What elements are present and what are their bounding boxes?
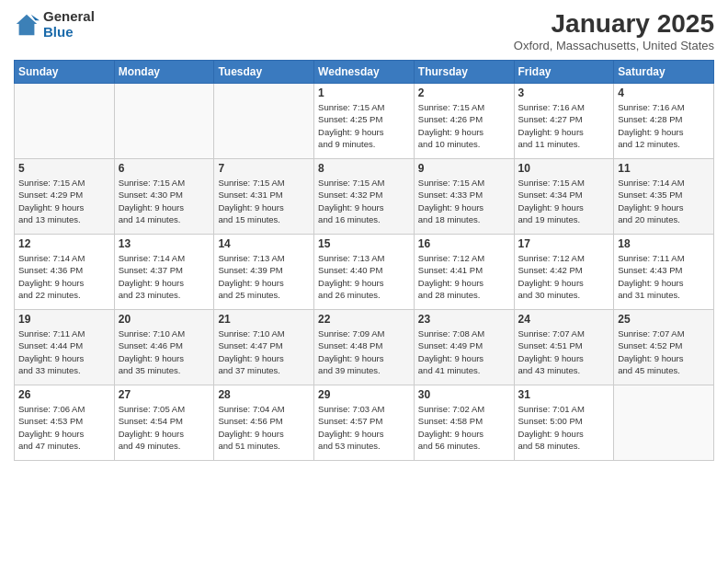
- logo-general-text: General: [43, 9, 95, 25]
- logo-icon: [14, 12, 40, 38]
- day-number: 29: [318, 388, 410, 401]
- calendar-cell: 9Sunrise: 7:15 AM Sunset: 4:33 PM Daylig…: [414, 159, 514, 235]
- day-info: Sunrise: 7:03 AM Sunset: 4:57 PM Dayligh…: [318, 403, 410, 452]
- calendar-cell: 14Sunrise: 7:13 AM Sunset: 4:39 PM Dayli…: [214, 235, 314, 310]
- calendar-cell: 5Sunrise: 7:15 AM Sunset: 4:29 PM Daylig…: [15, 159, 115, 235]
- day-number: 16: [418, 237, 510, 250]
- day-number: 1: [318, 86, 410, 99]
- calendar-cell: [114, 84, 214, 159]
- calendar-cell: 6Sunrise: 7:15 AM Sunset: 4:30 PM Daylig…: [114, 159, 214, 235]
- logo-text: General Blue: [43, 9, 95, 40]
- day-number: 9: [418, 162, 510, 175]
- day-info: Sunrise: 7:13 AM Sunset: 4:39 PM Dayligh…: [218, 252, 310, 301]
- calendar-cell: 30Sunrise: 7:02 AM Sunset: 4:58 PM Dayli…: [414, 385, 514, 461]
- day-number: 25: [618, 313, 710, 326]
- day-info: Sunrise: 7:13 AM Sunset: 4:40 PM Dayligh…: [318, 252, 410, 301]
- day-number: 13: [119, 237, 210, 250]
- logo-blue-text: Blue: [43, 25, 95, 40]
- calendar-cell: 27Sunrise: 7:05 AM Sunset: 4:54 PM Dayli…: [114, 385, 214, 461]
- day-info: Sunrise: 7:02 AM Sunset: 4:58 PM Dayligh…: [418, 403, 510, 452]
- day-info: Sunrise: 7:14 AM Sunset: 4:35 PM Dayligh…: [618, 177, 710, 225]
- calendar-cell: 28Sunrise: 7:04 AM Sunset: 4:56 PM Dayli…: [214, 385, 314, 461]
- day-info: Sunrise: 7:07 AM Sunset: 4:51 PM Dayligh…: [518, 327, 610, 376]
- week-row-3: 19Sunrise: 7:11 AM Sunset: 4:44 PM Dayli…: [15, 310, 714, 385]
- calendar-cell: 29Sunrise: 7:03 AM Sunset: 4:57 PM Dayli…: [314, 385, 415, 461]
- day-number: 5: [18, 162, 110, 175]
- weekday-header-sunday: Sunday: [15, 61, 115, 84]
- calendar-cell: [15, 84, 115, 159]
- calendar-cell: 7Sunrise: 7:15 AM Sunset: 4:31 PM Daylig…: [214, 159, 314, 235]
- day-info: Sunrise: 7:16 AM Sunset: 4:28 PM Dayligh…: [618, 101, 710, 150]
- day-number: 10: [518, 162, 610, 175]
- day-info: Sunrise: 7:08 AM Sunset: 4:49 PM Dayligh…: [418, 327, 510, 376]
- week-row-1: 5Sunrise: 7:15 AM Sunset: 4:29 PM Daylig…: [15, 159, 714, 235]
- weekday-header-monday: Monday: [114, 61, 214, 84]
- day-number: 31: [518, 388, 610, 401]
- day-info: Sunrise: 7:04 AM Sunset: 4:56 PM Dayligh…: [218, 403, 310, 452]
- day-info: Sunrise: 7:05 AM Sunset: 4:54 PM Dayligh…: [119, 403, 210, 452]
- day-number: 2: [418, 86, 510, 99]
- calendar-body: 1Sunrise: 7:15 AM Sunset: 4:25 PM Daylig…: [15, 84, 714, 461]
- calendar-header: SundayMondayTuesdayWednesdayThursdayFrid…: [15, 61, 714, 84]
- day-info: Sunrise: 7:14 AM Sunset: 4:37 PM Dayligh…: [119, 252, 210, 301]
- calendar-cell: [614, 385, 714, 461]
- weekday-header-wednesday: Wednesday: [314, 61, 415, 84]
- calendar-cell: 10Sunrise: 7:15 AM Sunset: 4:34 PM Dayli…: [514, 159, 614, 235]
- month-title: January 2025: [514, 9, 714, 39]
- day-number: 19: [18, 313, 110, 326]
- calendar-cell: 22Sunrise: 7:09 AM Sunset: 4:48 PM Dayli…: [314, 310, 415, 385]
- svg-marker-1: [31, 14, 40, 20]
- logo-area: General Blue: [14, 9, 95, 40]
- day-info: Sunrise: 7:12 AM Sunset: 4:41 PM Dayligh…: [418, 252, 510, 301]
- location-title: Oxford, Massachusetts, United States: [514, 39, 714, 52]
- day-number: 24: [518, 313, 610, 326]
- calendar-cell: 18Sunrise: 7:11 AM Sunset: 4:43 PM Dayli…: [614, 235, 714, 310]
- weekday-header-saturday: Saturday: [614, 61, 714, 84]
- day-number: 17: [518, 237, 610, 250]
- day-info: Sunrise: 7:14 AM Sunset: 4:36 PM Dayligh…: [18, 252, 110, 301]
- calendar-cell: 24Sunrise: 7:07 AM Sunset: 4:51 PM Dayli…: [514, 310, 614, 385]
- calendar-cell: 16Sunrise: 7:12 AM Sunset: 4:41 PM Dayli…: [414, 235, 514, 310]
- day-number: 22: [318, 313, 410, 326]
- day-number: 4: [618, 86, 710, 99]
- day-number: 28: [218, 388, 310, 401]
- calendar-cell: 21Sunrise: 7:10 AM Sunset: 4:47 PM Dayli…: [214, 310, 314, 385]
- day-number: 7: [218, 162, 310, 175]
- day-info: Sunrise: 7:15 AM Sunset: 4:33 PM Dayligh…: [418, 177, 510, 225]
- calendar-table: SundayMondayTuesdayWednesdayThursdayFrid…: [14, 60, 714, 461]
- day-info: Sunrise: 7:11 AM Sunset: 4:44 PM Dayligh…: [18, 327, 110, 376]
- day-info: Sunrise: 7:01 AM Sunset: 5:00 PM Dayligh…: [518, 403, 610, 452]
- day-info: Sunrise: 7:15 AM Sunset: 4:25 PM Dayligh…: [318, 101, 410, 150]
- day-number: 21: [218, 313, 310, 326]
- day-number: 20: [119, 313, 210, 326]
- day-info: Sunrise: 7:15 AM Sunset: 4:30 PM Dayligh…: [119, 177, 210, 225]
- calendar-cell: 3Sunrise: 7:16 AM Sunset: 4:27 PM Daylig…: [514, 84, 614, 159]
- calendar-cell: 4Sunrise: 7:16 AM Sunset: 4:28 PM Daylig…: [614, 84, 714, 159]
- calendar-cell: [214, 84, 314, 159]
- day-info: Sunrise: 7:15 AM Sunset: 4:34 PM Dayligh…: [518, 177, 610, 225]
- title-area: January 2025 Oxford, Massachusetts, Unit…: [514, 9, 714, 52]
- day-number: 11: [618, 162, 710, 175]
- header: General Blue January 2025 Oxford, Massac…: [14, 9, 714, 52]
- day-number: 27: [119, 388, 210, 401]
- day-number: 18: [618, 237, 710, 250]
- day-info: Sunrise: 7:10 AM Sunset: 4:46 PM Dayligh…: [119, 327, 210, 376]
- day-info: Sunrise: 7:16 AM Sunset: 4:27 PM Dayligh…: [518, 101, 610, 150]
- calendar-cell: 1Sunrise: 7:15 AM Sunset: 4:25 PM Daylig…: [314, 84, 415, 159]
- calendar-cell: 19Sunrise: 7:11 AM Sunset: 4:44 PM Dayli…: [15, 310, 115, 385]
- weekday-header-row: SundayMondayTuesdayWednesdayThursdayFrid…: [15, 61, 714, 84]
- day-number: 8: [318, 162, 410, 175]
- calendar-cell: 20Sunrise: 7:10 AM Sunset: 4:46 PM Dayli…: [114, 310, 214, 385]
- day-number: 23: [418, 313, 510, 326]
- calendar-cell: 13Sunrise: 7:14 AM Sunset: 4:37 PM Dayli…: [114, 235, 214, 310]
- page: General Blue January 2025 Oxford, Massac…: [0, 0, 728, 563]
- day-number: 6: [119, 162, 210, 175]
- week-row-2: 12Sunrise: 7:14 AM Sunset: 4:36 PM Dayli…: [15, 235, 714, 310]
- calendar-cell: 12Sunrise: 7:14 AM Sunset: 4:36 PM Dayli…: [15, 235, 115, 310]
- day-info: Sunrise: 7:12 AM Sunset: 4:42 PM Dayligh…: [518, 252, 610, 301]
- day-number: 30: [418, 388, 510, 401]
- calendar-cell: 31Sunrise: 7:01 AM Sunset: 5:00 PM Dayli…: [514, 385, 614, 461]
- day-number: 12: [18, 237, 110, 250]
- calendar-cell: 15Sunrise: 7:13 AM Sunset: 4:40 PM Dayli…: [314, 235, 415, 310]
- day-number: 26: [18, 388, 110, 401]
